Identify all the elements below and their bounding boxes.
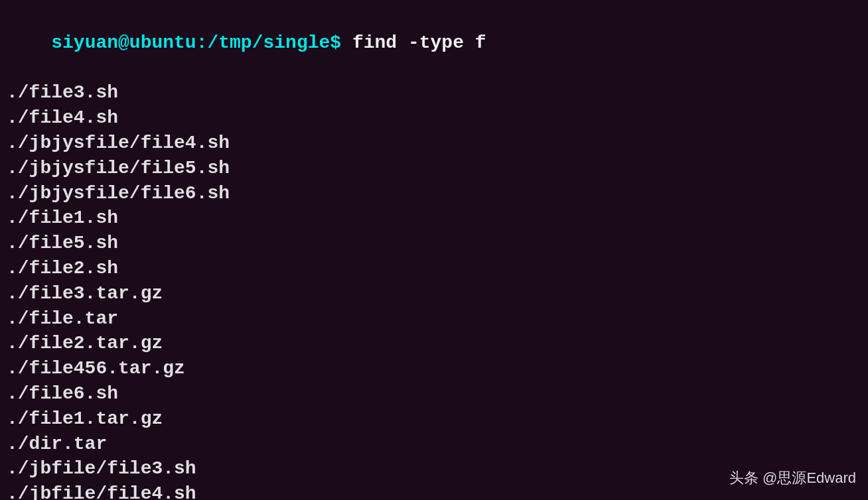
prompt: siyuan@ubuntu:/tmp/single$ [51, 32, 352, 53]
output-line: ./dir.tar [7, 432, 861, 457]
command-line: siyuan@ubuntu:/tmp/single$ find -type f [7, 5, 861, 80]
output-line: ./file4.sh [7, 105, 861, 131]
output-line: ./jbjysfile/file4.sh [7, 131, 861, 156]
output-line: ./file1.sh [7, 206, 861, 231]
output-line: ./file3.tar.gz [7, 281, 861, 306]
output-line: ./jbjysfile/file5.sh [7, 156, 861, 181]
output-line: ./file1.tar.gz [7, 406, 861, 432]
output-line: ./file5.sh [7, 231, 861, 256]
output-line: ./file.tar [7, 306, 861, 332]
output-line: ./file2.sh [7, 256, 861, 281]
terminal: siyuan@ubuntu:/tmp/single$ find -type f … [0, 0, 868, 500]
output-line: ./jbjysfile/file6.sh [7, 181, 861, 206]
command-text: find -type f [352, 32, 486, 53]
output-block: ./file3.sh./file4.sh./jbjysfile/file4.sh… [7, 80, 861, 500]
output-line: ./file3.sh [7, 80, 861, 105]
output-line: ./file6.sh [7, 381, 861, 406]
watermark: 头条 @思源Edward [729, 468, 856, 488]
output-line: ./file2.tar.gz [7, 331, 861, 356]
output-line: ./file456.tar.gz [7, 356, 861, 381]
